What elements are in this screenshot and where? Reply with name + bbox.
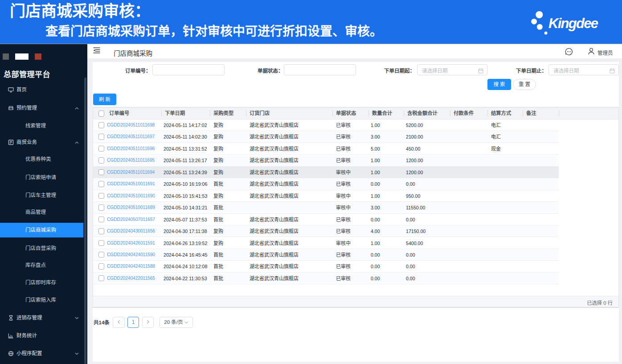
svg-text:Kingdee: Kingdee [548, 16, 598, 31]
